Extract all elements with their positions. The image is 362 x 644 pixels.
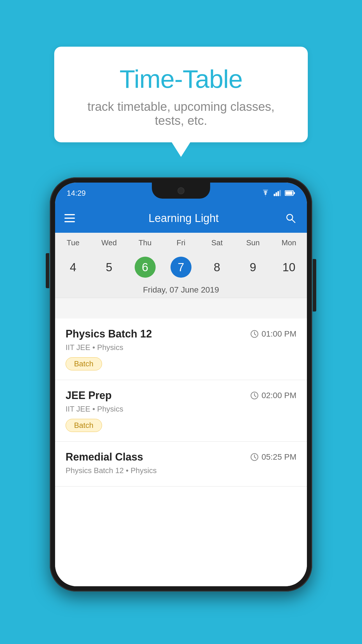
schedule-item-2-meta: IIT JEE • Physics	[66, 405, 296, 414]
svg-line-17	[254, 457, 256, 458]
app-bar: Learning Light	[55, 204, 307, 233]
schedule-item-2-badge: Batch	[66, 419, 102, 432]
day-header-fri: Fri	[163, 233, 199, 253]
hamburger-line-1	[64, 214, 75, 215]
day-header-tue: Tue	[55, 233, 91, 253]
schedule-item-3-time-text: 05:25 PM	[261, 452, 296, 462]
day-header-wed: Wed	[91, 233, 127, 253]
status-icons	[261, 190, 295, 197]
svg-line-11	[254, 334, 256, 335]
phone-screen: 14:29	[55, 183, 307, 586]
signal-icon	[274, 190, 281, 197]
phone-outer: 14:29	[50, 177, 312, 592]
schedule-item-2-time: 02:00 PM	[250, 391, 296, 400]
hamburger-icon[interactable]	[64, 214, 75, 222]
schedule-item-3-time: 05:25 PM	[250, 452, 296, 462]
svg-rect-0	[274, 194, 275, 196]
search-button[interactable]	[284, 211, 298, 225]
svg-rect-5	[285, 191, 292, 195]
day-8[interactable]: 8	[199, 261, 235, 274]
day-10[interactable]: 10	[271, 261, 307, 274]
clock-icon-2	[250, 391, 259, 400]
schedule-item-1-time-text: 01:00 PM	[261, 329, 296, 339]
schedule-item-1-meta: IIT JEE • Physics	[66, 343, 296, 352]
tooltip-subtitle: track timetable, upcoming classes, tests…	[75, 100, 287, 128]
schedule-item-3-header: Remedial Class 05:25 PM	[66, 451, 296, 463]
schedule-item-1-title: Physics Batch 12	[66, 328, 152, 340]
day-header-thu: Thu	[127, 233, 163, 253]
battery-icon	[285, 190, 295, 196]
search-icon	[285, 212, 296, 224]
day-header-sat: Sat	[199, 233, 235, 253]
day-header-mon: Mon	[271, 233, 307, 253]
hamburger-line-3	[64, 221, 75, 222]
day-numbers: 4 5 6 7 8 9 10	[55, 253, 307, 282]
clock-icon-1	[250, 330, 259, 338]
schedule-item-2-title: JEE Prep	[66, 389, 112, 402]
day-header-sun: Sun	[235, 233, 271, 253]
day-5[interactable]: 5	[91, 261, 127, 274]
tooltip-card: Time-Table track timetable, upcoming cla…	[54, 47, 308, 142]
schedule-item-3-meta: Physics Batch 12 • Physics	[66, 466, 296, 475]
day-6[interactable]: 6	[127, 257, 163, 278]
schedule-item-2-time-text: 02:00 PM	[261, 391, 296, 400]
svg-rect-1	[276, 192, 277, 196]
status-time: 14:29	[67, 189, 86, 198]
schedule-item-1-time: 01:00 PM	[250, 329, 296, 339]
camera-dot	[178, 187, 184, 194]
schedule-list: Physics Batch 12 01:00 PM IIT JEE • Phys…	[55, 318, 307, 586]
day-6-circle[interactable]: 6	[135, 257, 156, 278]
schedule-item-1-header: Physics Batch 12 01:00 PM	[66, 328, 296, 340]
selected-date: Friday, 07 June 2019	[55, 282, 307, 298]
day-7[interactable]: 7	[163, 257, 199, 278]
svg-rect-3	[280, 190, 281, 196]
day-9[interactable]: 9	[235, 261, 271, 274]
day-4[interactable]: 4	[55, 261, 91, 274]
schedule-item-3[interactable]: Remedial Class 05:25 PM Physics Batch 12…	[55, 442, 307, 487]
tooltip-title: Time-Table	[75, 64, 287, 94]
clock-icon-3	[250, 453, 259, 461]
wifi-icon	[261, 190, 270, 197]
schedule-item-2-header: JEE Prep 02:00 PM	[66, 389, 296, 402]
svg-line-8	[292, 219, 295, 223]
day-7-circle[interactable]: 7	[171, 257, 191, 278]
hamburger-line-2	[64, 218, 75, 219]
phone-notch	[152, 183, 210, 199]
svg-rect-2	[277, 191, 279, 196]
day-headers: Tue Wed Thu Fri Sat Sun Mon	[55, 233, 307, 253]
app-bar-title: Learning Light	[84, 212, 284, 225]
phone-mockup: 14:29	[50, 177, 312, 592]
schedule-item-2[interactable]: JEE Prep 02:00 PM IIT JEE • Physics Batc…	[55, 380, 307, 442]
schedule-item-1-badge: Batch	[66, 357, 102, 370]
svg-line-14	[254, 396, 256, 397]
svg-rect-6	[294, 192, 295, 194]
calendar-strip: Tue Wed Thu Fri Sat Sun Mon 4 5 6 7	[55, 233, 307, 298]
schedule-item-1[interactable]: Physics Batch 12 01:00 PM IIT JEE • Phys…	[55, 318, 307, 380]
schedule-item-3-title: Remedial Class	[66, 451, 143, 463]
